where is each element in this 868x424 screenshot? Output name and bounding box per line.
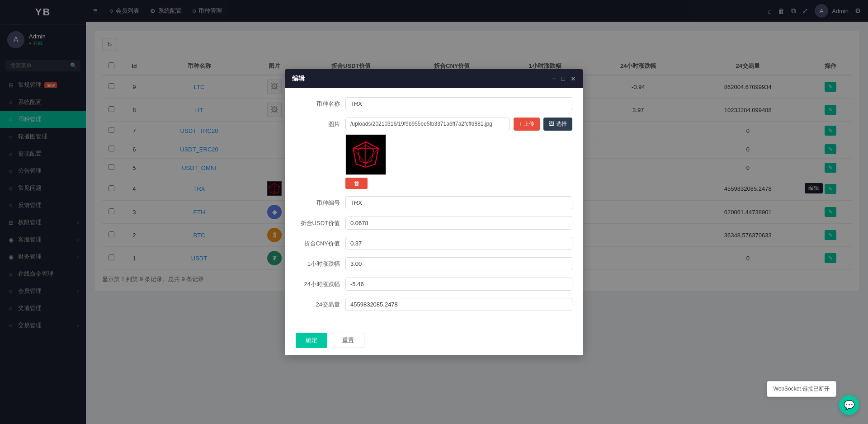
- h24-input[interactable]: [345, 278, 572, 291]
- coin-code-label: 币种编号: [296, 196, 345, 207]
- ws-toast: WebSocket 链接已断开: [767, 381, 836, 397]
- upload-icon: ↑: [519, 121, 522, 127]
- form-row-usdt: 折合USDT价值: [296, 217, 572, 230]
- form-row-coin-name: 币种名称: [296, 97, 572, 110]
- coin-name-label: 币种名称: [296, 97, 345, 108]
- select-label: 选择: [556, 120, 567, 128]
- image-preview-box: 🗑: [345, 134, 386, 189]
- modal-body: 币种名称 图片 ↑ 上传: [285, 88, 583, 327]
- content-area: ↻ Id 币种名称 图片 折合USDT价值 折合CNY价值 1小时涨跌幅 24小…: [86, 22, 868, 424]
- form-content-usdt: [345, 217, 572, 230]
- form-content-image: ↑ 上传 🖼 选择: [345, 118, 572, 189]
- modal-restore-button[interactable]: □: [561, 75, 565, 82]
- h24-label: 24小时涨跌幅: [296, 278, 345, 288]
- form-row-coin-code: 币种编号: [296, 196, 572, 209]
- modal-minimize-button[interactable]: −: [552, 75, 556, 82]
- form-content-cny: [345, 237, 572, 250]
- form-content-coin-code: [345, 196, 572, 209]
- h1-input[interactable]: [345, 257, 572, 270]
- form-content-h24: [345, 278, 572, 291]
- coin-code-input[interactable]: [345, 196, 572, 209]
- confirm-button[interactable]: 确定: [296, 333, 327, 348]
- main-area: ≡ 会员列表 ⚙ 系统配置 币种管理 ⌂ 🗑 ⧉ ⤢ A Admin: [86, 0, 868, 424]
- form-row-cny: 折合CNY价值: [296, 237, 572, 250]
- vol-input[interactable]: [345, 298, 572, 311]
- file-path-input[interactable]: [345, 118, 510, 130]
- form-row-h1: 1小时涨跌幅: [296, 257, 572, 270]
- cny-label: 折合CNY价值: [296, 237, 345, 248]
- edit-modal: 编辑 − □ ✕ 币种名称: [285, 69, 583, 355]
- delete-image-button[interactable]: 🗑: [345, 178, 368, 189]
- modal-overlay: 编辑 − □ ✕ 币种名称: [86, 22, 868, 424]
- vol-label: 24交易量: [296, 298, 345, 309]
- modal-close-button[interactable]: ✕: [571, 75, 576, 82]
- file-input-row: ↑ 上传 🖼 选择: [345, 118, 572, 131]
- form-row-image: 图片 ↑ 上传 🖼 选择: [296, 118, 572, 189]
- delete-icon: 🗑: [354, 180, 359, 187]
- form-content-vol: [345, 298, 572, 311]
- trx-logo: [350, 139, 382, 170]
- modal-title: 编辑: [292, 75, 305, 83]
- usdt-input[interactable]: [345, 217, 572, 230]
- reset-button[interactable]: 重置: [332, 333, 364, 348]
- upload-button[interactable]: ↑ 上传: [514, 118, 540, 131]
- select-image-button[interactable]: 🖼 选择: [543, 118, 572, 131]
- modal-header: 编辑 − □ ✕: [285, 69, 583, 88]
- form-row-vol: 24交易量: [296, 298, 572, 311]
- image-icon: 🖼: [549, 121, 554, 127]
- coin-name-input[interactable]: [345, 97, 572, 110]
- form-content-h1: [345, 257, 572, 270]
- image-preview: [345, 134, 386, 175]
- upload-label: 上传: [524, 120, 534, 128]
- cny-input[interactable]: [345, 237, 572, 250]
- image-label: 图片: [296, 118, 345, 128]
- form-content-coin-name: [345, 97, 572, 110]
- modal-footer: 确定 重置: [285, 327, 583, 355]
- h1-label: 1小时涨跌幅: [296, 257, 345, 268]
- chat-button[interactable]: 💬: [839, 395, 859, 415]
- modal-header-actions: − □ ✕: [552, 75, 576, 82]
- usdt-label: 折合USDT价值: [296, 217, 345, 227]
- form-row-h24: 24小时涨跌幅: [296, 278, 572, 291]
